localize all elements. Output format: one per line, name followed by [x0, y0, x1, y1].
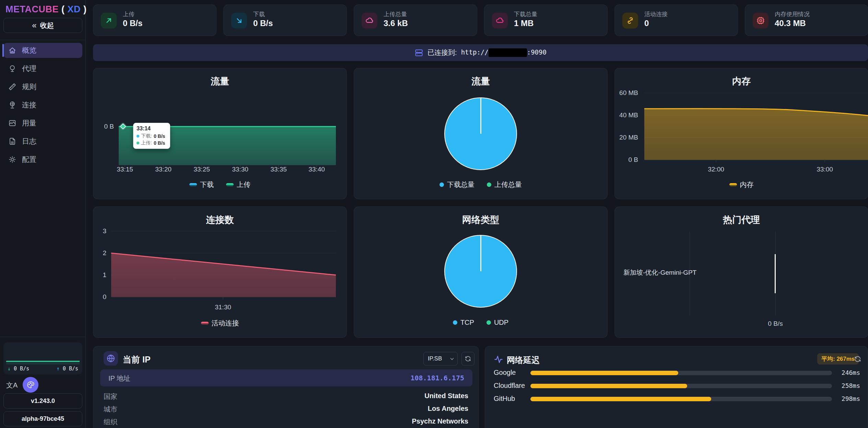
home-icon [8, 46, 16, 55]
stat-card-memory: 内存使用情况 40.3 MB [745, 4, 868, 36]
legend-marker [189, 183, 197, 186]
banner-url-port: :9090 [527, 48, 547, 56]
chart-legend: 下载总量 上传总量 [354, 180, 607, 189]
legend-item-tcp[interactable]: TCP [453, 319, 474, 326]
server-icon [414, 48, 423, 57]
ip-row-value: Los Angeles [428, 405, 468, 413]
proxy-category-label: 新加坡-优化-Gemini-GPT [623, 268, 696, 277]
mini-chart-fill [6, 362, 80, 365]
legend-item-udp[interactable]: UDP [486, 319, 508, 326]
sidebar-divider-bottom [0, 337, 86, 337]
cpu-icon [753, 13, 769, 28]
connections-chart-card: 连接数 3 2 1 0 31:30 活动连接 [93, 206, 347, 338]
active-indicator [2, 44, 4, 57]
legend-item-active-connections[interactable]: 活动连接 [201, 319, 239, 328]
legend-item-upload-total[interactable]: 上传总量 [487, 180, 522, 189]
ip-source-select[interactable]: IP.SB [423, 352, 458, 366]
stat-label: 内存使用情况 [775, 10, 810, 18]
ui-build-label: alpha-97bce45 [22, 415, 64, 423]
latency-site-name: Google [494, 369, 516, 377]
pie-slice-divider [480, 236, 481, 271]
sidebar-item-config[interactable]: 配置 [3, 152, 82, 167]
logo-tag: XD [68, 4, 81, 14]
theme-palette-button[interactable] [23, 377, 38, 393]
x-tick: 33:20 [151, 166, 175, 173]
legend-label: 下载总量 [447, 180, 474, 189]
collapse-label: 收起 [40, 21, 54, 30]
language-button[interactable]: 文A [6, 381, 17, 390]
sidebar-item-connections[interactable]: 连接 [3, 97, 82, 112]
legend-marker [226, 183, 234, 186]
mini-download-value: 0 B/s [14, 366, 29, 372]
stat-value: 40.3 MB [775, 19, 806, 28]
sidebar-item-label: 配置 [22, 155, 36, 164]
redacted-host [489, 48, 527, 57]
cloud-icon [492, 13, 508, 28]
sidebar-item-label: 规则 [22, 82, 36, 92]
average-latency-badge: 平均: 267ms [817, 353, 859, 365]
stat-value: 1 MB [514, 19, 533, 28]
latency-value: 258ms [842, 382, 860, 389]
legend-label: 内存 [740, 180, 754, 189]
ip-address-value: 108.181.6.175 [410, 374, 464, 382]
chart-legend: 活动连接 [93, 319, 347, 328]
collapse-icon: « [32, 21, 36, 30]
legend-item-upload[interactable]: 上传 [226, 180, 250, 189]
legend-marker [201, 322, 209, 325]
core-version-label: v1.243.0 [31, 397, 55, 405]
latency-bar-track [530, 397, 832, 401]
top-proxies-card: 热门代理 新加坡-优化-Gemini-GPT 0 B/s [614, 206, 868, 338]
legend-marker [487, 182, 491, 187]
chart-title: 热门代理 [615, 214, 868, 226]
proxy-icon [8, 64, 16, 73]
chevron-down-icon [450, 358, 454, 360]
sidebar-item-overview[interactable]: 概览 [3, 43, 82, 58]
legend-label: UDP [494, 319, 508, 326]
tooltip-value: 0 B/s [154, 133, 165, 139]
sidebar-item-proxies[interactable]: 代理 [3, 61, 82, 76]
legend-label: 上传 [237, 180, 250, 189]
x-tick: 33:00 [813, 166, 837, 173]
ip-refresh-button[interactable] [461, 352, 474, 366]
legend-item-download-total[interactable]: 下载总量 [439, 180, 474, 189]
sidebar-item-rules[interactable]: 规则 [3, 79, 82, 94]
x-tick: 33:15 [113, 166, 137, 173]
language-icon: 文A [6, 381, 17, 389]
stat-label: 上传 [123, 10, 134, 18]
traffic-chart-card: 流量 0 B 33:14 下载:0 B/s 上传:0 B/s 33:15 33:… [93, 68, 347, 199]
stat-label: 上传总量 [384, 10, 407, 18]
tooltip-value: 0 B/s [154, 140, 165, 146]
x-tick: 33:40 [305, 166, 329, 173]
legend-item-memory[interactable]: 内存 [729, 180, 754, 189]
core-version-button[interactable]: v1.243.0 [3, 393, 82, 408]
latency-value: 298ms [842, 395, 860, 402]
latency-value: 246ms [842, 369, 860, 376]
collapse-sidebar-button[interactable]: « 收起 [3, 18, 82, 33]
globe-stand-icon [8, 101, 16, 109]
logo-paren-open: ( [59, 4, 68, 14]
sidebar-divider [0, 40, 86, 40]
tooltip-row: 下载:0 B/s [137, 133, 167, 139]
link-icon [622, 13, 638, 28]
mini-upload-value: 0 B/s [63, 366, 78, 372]
sidebar-item-usage[interactable]: 用量 [3, 116, 82, 131]
app-logo: METACUBE ( XD ) [5, 4, 87, 15]
stat-card-upload-total: 上传总量 3.6 kB [354, 4, 477, 36]
legend-label: 活动连接 [212, 319, 239, 328]
ip-row-value: Psychz Networks [412, 417, 468, 425]
legend-item-download[interactable]: 下载 [189, 180, 214, 189]
chart-title: 网络类型 [354, 214, 607, 226]
banner-label: 已连接到: [427, 48, 457, 57]
ip-row-label: 国家 [104, 392, 117, 401]
latency-bar-fill [530, 397, 711, 401]
ip-row-label: 组织 [104, 417, 117, 427]
latency-bar-fill [530, 371, 678, 375]
latency-bar-track [530, 371, 832, 375]
backend-connected-banner: 已连接到: http://:9090 [93, 44, 868, 61]
ip-address-row: IP 地址 108.181.6.175 [100, 369, 472, 387]
sidebar-item-logs[interactable]: 日志 [3, 134, 82, 149]
x-tick: 0 B/s [758, 320, 793, 328]
ui-build-button[interactable]: alpha-97bce45 [3, 411, 82, 426]
latency-refresh-button[interactable] [854, 355, 861, 363]
stat-card-active-connections: 活动连接 0 [614, 4, 738, 36]
